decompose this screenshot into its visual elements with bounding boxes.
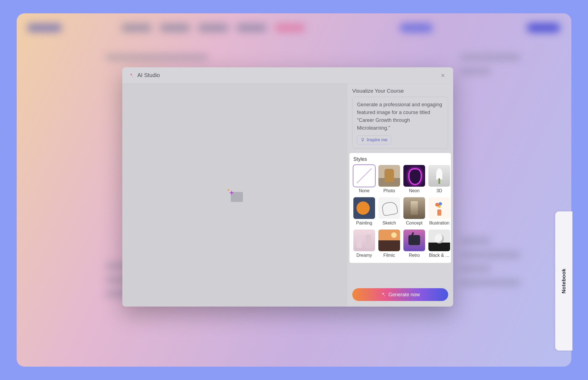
- inspire-me-button[interactable]: Inspire me: [357, 135, 391, 144]
- modal-header: AI Studio: [122, 67, 453, 83]
- style-option-concept[interactable]: Concept: [403, 197, 425, 226]
- side-panel: Visualize Your Course Generate a profess…: [347, 83, 453, 307]
- style-thumb-painting: [353, 197, 375, 219]
- prompt-text: Generate a professional and engaging fea…: [357, 101, 443, 132]
- prompt-box[interactable]: Generate a professional and engaging fea…: [352, 97, 448, 149]
- style-thumb-retro: [403, 230, 425, 251]
- notebook-tab-label: Notebook: [561, 268, 567, 293]
- generate-bar: Generate now: [347, 284, 453, 307]
- style-label: Concept: [406, 221, 423, 226]
- style-thumb-bw: [428, 230, 450, 251]
- style-label: Illustration: [429, 221, 450, 226]
- style-thumb-3d: [428, 165, 450, 187]
- style-label: Neon: [409, 188, 420, 193]
- image-placeholder-icon: [226, 188, 243, 202]
- style-thumb-concept: [403, 197, 425, 219]
- style-label: Retro: [409, 253, 420, 258]
- generate-now-label: Generate now: [388, 292, 420, 298]
- style-thumb-dreamy: [353, 230, 375, 251]
- style-thumb-filmic: [378, 230, 400, 251]
- style-label: Sketch: [383, 221, 396, 226]
- close-button[interactable]: [439, 71, 447, 80]
- style-option-painting[interactable]: Painting: [353, 197, 375, 226]
- style-thumb-none: [353, 165, 375, 187]
- style-label: Dreamy: [356, 253, 372, 258]
- close-icon: [440, 73, 445, 78]
- style-option-sketch[interactable]: Sketch: [378, 197, 400, 226]
- ai-studio-modal: AI Studio Visualize Your Course Generate…: [122, 67, 453, 307]
- style-label: 3D: [436, 188, 442, 193]
- style-thumb-neon: [403, 165, 425, 187]
- style-label: Painting: [356, 221, 372, 226]
- style-option-none[interactable]: None: [353, 165, 375, 193]
- style-label: Photo: [383, 188, 395, 193]
- modal-title: AI Studio: [137, 72, 160, 78]
- sparkle-icon: [381, 292, 386, 297]
- notebook-tab[interactable]: Notebook: [555, 211, 572, 351]
- style-option-retro[interactable]: Retro: [403, 230, 425, 258]
- style-label: Filmic: [383, 253, 395, 258]
- style-option-dreamy[interactable]: Dreamy: [353, 230, 375, 258]
- canvas-area: [122, 83, 347, 307]
- style-option-illustration[interactable]: Illustration: [428, 197, 450, 226]
- app-frame: AI Studio Visualize Your Course Generate…: [17, 13, 571, 367]
- generate-now-button[interactable]: Generate now: [352, 288, 448, 301]
- styles-title: Styles: [353, 156, 447, 162]
- inspire-me-label: Inspire me: [367, 137, 388, 142]
- lightbulb-icon: [361, 138, 365, 142]
- style-option-neon[interactable]: Neon: [403, 165, 425, 193]
- style-thumb-illustration: [428, 197, 450, 219]
- sparkle-icon: [128, 73, 134, 78]
- styles-panel: Styles None Photo Neon: [349, 153, 451, 263]
- style-label: None: [359, 188, 369, 193]
- prompt-section: Visualize Your Course Generate a profess…: [347, 83, 453, 153]
- style-label: Black & …: [429, 253, 450, 258]
- style-option-filmic[interactable]: Filmic: [378, 230, 400, 258]
- modal-body: Visualize Your Course Generate a profess…: [122, 83, 453, 307]
- section-title-visualize: Visualize Your Course: [352, 88, 448, 94]
- style-option-photo[interactable]: Photo: [378, 165, 400, 193]
- style-thumb-sketch: [378, 197, 400, 219]
- style-option-3d[interactable]: 3D: [428, 165, 450, 193]
- style-thumb-photo: [378, 165, 400, 187]
- styles-grid: None Photo Neon 3D: [353, 165, 447, 258]
- style-option-bw[interactable]: Black & …: [428, 230, 450, 258]
